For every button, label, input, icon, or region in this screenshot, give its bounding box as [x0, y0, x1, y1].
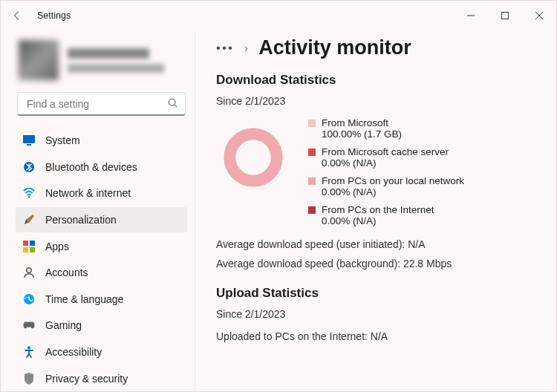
svg-rect-1: [502, 13, 509, 19]
svg-rect-7: [27, 144, 31, 146]
svg-rect-10: [23, 241, 28, 246]
legend-value: 0.00% (N/A): [308, 215, 464, 226]
svg-point-16: [27, 347, 30, 350]
svg-rect-11: [30, 241, 35, 246]
download-since: Since 2/1/2023: [216, 95, 535, 107]
breadcrumb-more-icon[interactable]: •••: [216, 41, 234, 56]
legend-item: From PCs on your local network 0.00% (N/…: [308, 175, 464, 197]
nav-label: Bluetooth & devices: [45, 161, 137, 173]
search-icon: [168, 98, 178, 108]
svg-point-9: [28, 197, 30, 198]
shield-icon: [23, 373, 35, 385]
legend-swatch: [308, 120, 316, 127]
upload-heading: Upload Statistics: [216, 286, 535, 301]
sidebar-item-accounts[interactable]: Accounts: [16, 260, 187, 286]
window-title: Settings: [37, 10, 71, 21]
chart-legend: From Microsoft 100.00% (1.7 GB) From Mic…: [308, 117, 464, 226]
legend-label: From PCs on the Internet: [322, 204, 434, 215]
legend-item: From Microsoft 100.00% (1.7 GB): [308, 117, 464, 140]
legend-value: 100.00% (1.7 GB): [308, 128, 464, 140]
legend-item: From Microsoft cache server 0.00% (N/A): [308, 146, 464, 169]
personalization-icon: [23, 214, 35, 226]
avatar: [19, 40, 59, 80]
svg-rect-12: [23, 247, 28, 252]
breadcrumb: ••• › Activity monitor: [216, 36, 535, 59]
sidebar: System Bluetooth & devices Network & int…: [1, 30, 195, 391]
avg-download-bg: Average download speed (background): 22.…: [216, 258, 535, 270]
sidebar-item-privacy[interactable]: Privacy & security: [16, 365, 187, 391]
nav-label: Apps: [45, 241, 69, 252]
maximize-button[interactable]: [488, 1, 522, 30]
download-heading: Download Statistics: [216, 73, 535, 88]
gaming-icon: [23, 319, 35, 331]
svg-rect-13: [30, 247, 35, 252]
time-icon: [23, 293, 35, 305]
wifi-icon: [23, 187, 35, 199]
legend-label: From PCs on your local network: [322, 175, 464, 186]
legend-value: 0.00% (N/A): [308, 157, 464, 169]
minimize-button[interactable]: [454, 1, 488, 30]
uploaded-stat: Uploaded to PCs on the Internet: N/A: [216, 330, 535, 342]
svg-point-4: [169, 99, 175, 105]
nav-label: Personalization: [45, 214, 117, 226]
nav-label: System: [45, 134, 80, 146]
accessibility-icon: [23, 346, 35, 358]
main-content[interactable]: ••• › Activity monitor Download Statisti…: [195, 30, 556, 391]
legend-item: From PCs on the Internet 0.00% (N/A): [308, 204, 464, 226]
upload-since: Since 2/1/2023: [216, 308, 535, 320]
sidebar-item-system[interactable]: System: [16, 128, 187, 154]
sidebar-item-time[interactable]: Time & language: [16, 287, 187, 313]
sidebar-item-apps[interactable]: Apps: [16, 233, 187, 259]
legend-label: From Microsoft cache server: [322, 146, 449, 157]
bluetooth-icon: [23, 161, 35, 173]
avg-download-user: Average download speed (user initiated):…: [216, 238, 535, 250]
nav-label: Privacy & security: [45, 373, 128, 385]
svg-line-5: [175, 105, 177, 107]
legend-label: From Microsoft: [322, 117, 388, 128]
search-box: [17, 92, 186, 116]
search-input[interactable]: [17, 92, 186, 116]
user-email-redacted: [68, 64, 164, 73]
apps-icon: [23, 241, 35, 252]
nav-label: Accounts: [45, 267, 88, 278]
close-button[interactable]: [522, 1, 556, 30]
nav-list: System Bluetooth & devices Network & int…: [16, 128, 187, 391]
nav-label: Accessibility: [45, 346, 102, 358]
user-section[interactable]: [16, 34, 187, 92]
window-controls: [454, 1, 556, 30]
chevron-right-icon: ›: [244, 42, 248, 55]
sidebar-item-accessibility[interactable]: Accessibility: [16, 339, 187, 365]
download-chart-section: From Microsoft 100.00% (1.7 GB) From Mic…: [216, 117, 535, 226]
donut-chart: [221, 125, 286, 190]
legend-swatch: [308, 177, 316, 185]
legend-value: 0.00% (N/A): [308, 186, 464, 197]
accounts-icon: [23, 267, 35, 278]
sidebar-item-bluetooth[interactable]: Bluetooth & devices: [16, 154, 187, 180]
sidebar-item-gaming[interactable]: Gaming: [16, 313, 187, 339]
nav-label: Network & internet: [45, 187, 131, 199]
sidebar-item-personalization[interactable]: Personalization: [16, 207, 187, 233]
back-button[interactable]: [11, 10, 23, 22]
legend-swatch: [308, 148, 316, 156]
user-name-redacted: [68, 48, 149, 59]
nav-label: Gaming: [45, 319, 82, 331]
sidebar-item-network[interactable]: Network & internet: [16, 180, 187, 206]
svg-point-17: [229, 134, 276, 180]
legend-swatch: [308, 206, 316, 214]
svg-rect-6: [23, 135, 35, 143]
page-title: Activity monitor: [258, 36, 411, 59]
system-icon: [23, 134, 35, 146]
nav-label: Time & language: [45, 293, 123, 305]
titlebar: Settings: [1, 1, 556, 30]
svg-point-14: [27, 268, 31, 272]
